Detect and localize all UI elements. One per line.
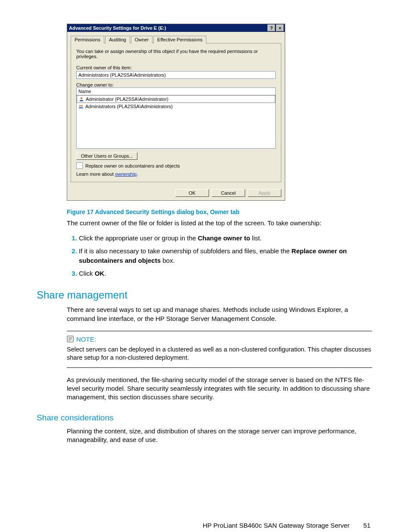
- share-cons-p1: Planning the content, size, and distribu…: [67, 427, 372, 445]
- replace-owner-checkbox[interactable]: [76, 162, 83, 169]
- step-item: Click OK.: [79, 269, 372, 278]
- tab-strip: Permissions Auditing Owner Effective Per…: [71, 35, 281, 44]
- learn-more-text: Learn more about ownership.: [76, 171, 276, 177]
- heading-share-management: Share management: [37, 289, 372, 301]
- owner-option-label: Administrators (PLA2SSA\Administrators): [85, 104, 173, 109]
- list-item[interactable]: Administrator (PLA2SSA\Administrator): [77, 95, 275, 103]
- owner-listbox[interactable]: Name Administrator (PLA2SSA\Administrato…: [76, 87, 276, 149]
- step-item: Click the appropriate user or group in t…: [79, 233, 372, 243]
- ok-button[interactable]: OK: [175, 189, 209, 197]
- svg-point-1: [79, 105, 81, 107]
- tab-auditing[interactable]: Auditing: [105, 36, 130, 44]
- owner-intro-text: You can take or assign ownership of this…: [76, 49, 276, 59]
- page-footer: HP ProLiant SB460c SAN Gateway Storage S…: [37, 522, 372, 529]
- help-icon[interactable]: ?: [268, 25, 275, 31]
- ownership-link[interactable]: ownership: [115, 171, 137, 177]
- user-icon: [79, 96, 84, 102]
- apply-button[interactable]: Apply: [248, 189, 281, 197]
- replace-owner-label: Replace owner on subcontainers and objec…: [85, 163, 180, 168]
- tab-effective[interactable]: Effective Permissions: [153, 36, 206, 44]
- share-mgmt-p2: As previously mentioned, the file-sharin…: [67, 376, 372, 402]
- tab-owner[interactable]: Owner: [131, 36, 153, 44]
- other-users-button[interactable]: Other Users or Groups...: [76, 152, 137, 160]
- list-header-name: Name: [77, 88, 275, 95]
- ownership-steps: Click the appropriate user or group in t…: [67, 233, 372, 278]
- dialog-title: Advanced Security Settings for Drive E (…: [69, 25, 267, 31]
- svg-point-0: [81, 97, 83, 100]
- owner-intro-para: The current owner of the file or folder …: [67, 219, 372, 227]
- cancel-button[interactable]: Cancel: [212, 189, 245, 197]
- current-owner-field: Administrators (PLA2SSA\Administrators): [76, 71, 276, 79]
- footer-doc-title: HP ProLiant SB460c SAN Gateway Storage S…: [202, 522, 349, 529]
- group-icon: [78, 104, 84, 109]
- list-item[interactable]: Administrators (PLA2SSA\Administrators): [77, 103, 275, 110]
- owner-option-label: Administrator (PLA2SSA\Administrator): [86, 96, 168, 102]
- note-icon: [67, 336, 74, 342]
- note-body: Select servers can be deployed in a clus…: [67, 345, 372, 362]
- close-icon[interactable]: ×: [276, 25, 284, 31]
- share-mgmt-p1: There are several ways to set up and man…: [67, 305, 372, 323]
- change-owner-label: Change owner to:: [76, 82, 276, 87]
- note-label: NOTE:: [76, 336, 96, 343]
- security-dialog: Advanced Security Settings for Drive E (…: [67, 24, 285, 201]
- note-block: NOTE: Select servers can be deployed in …: [67, 331, 372, 368]
- svg-point-2: [81, 105, 83, 107]
- tab-permissions[interactable]: Permissions: [71, 36, 104, 44]
- step-item: If it is also necessary to take ownershi…: [79, 246, 372, 265]
- heading-share-considerations: Share considerations: [37, 413, 372, 423]
- dialog-titlebar: Advanced Security Settings for Drive E (…: [67, 24, 285, 32]
- figure-caption: Figure 17 Advanced Security Settings dia…: [67, 208, 372, 215]
- current-owner-label: Current owner of this item:: [76, 65, 276, 70]
- footer-page-number: 51: [363, 522, 371, 529]
